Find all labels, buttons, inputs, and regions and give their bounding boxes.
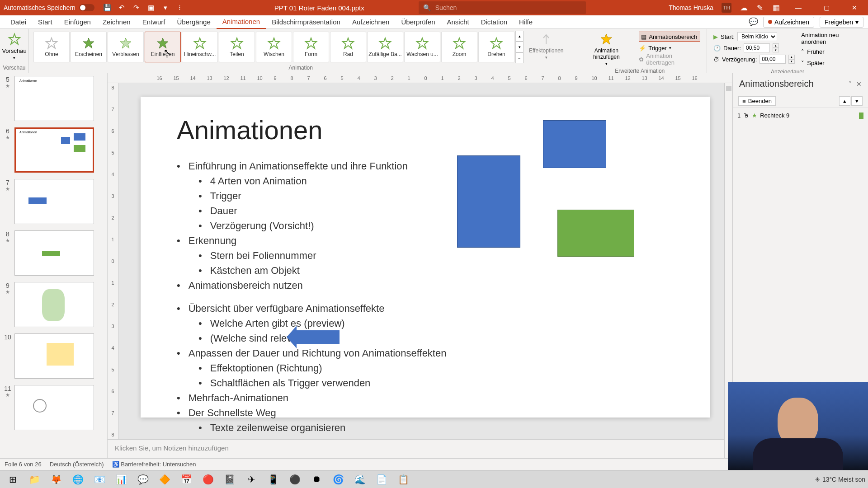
thumb-8[interactable]: [14, 230, 94, 276]
edge-icon[interactable]: 🌊: [350, 471, 370, 488]
app5-icon[interactable]: ⏺: [307, 471, 326, 488]
share-button[interactable]: Freigeben▾: [820, 17, 863, 28]
shape-green[interactable]: [557, 210, 634, 257]
animation-pane-button[interactable]: ▤Animationsbereich: [639, 32, 700, 42]
telegram-icon[interactable]: ✈: [241, 471, 261, 488]
tab-ueberpruefen[interactable]: Überprüfen: [395, 15, 441, 29]
arrow-shape[interactable]: [297, 330, 340, 344]
anim-wischen[interactable]: Wischen: [256, 32, 292, 62]
anim-rad[interactable]: Rad: [330, 32, 366, 62]
app7-icon[interactable]: 📋: [393, 471, 413, 488]
firefox-icon[interactable]: 🦊: [46, 471, 66, 488]
vlc-icon[interactable]: 🔶: [155, 471, 175, 488]
present-icon[interactable]: ▣: [147, 4, 155, 12]
chevron-down-icon[interactable]: ˅: [849, 80, 852, 88]
comments-icon[interactable]: 💬: [750, 18, 758, 26]
thumb-7[interactable]: [14, 179, 94, 224]
redo-icon[interactable]: ↷: [132, 4, 141, 12]
search-input[interactable]: [435, 4, 581, 11]
thumb-6[interactable]: Animationen: [14, 127, 94, 173]
anim-zufaellige[interactable]: Zufällige Ba...: [367, 32, 403, 62]
start-button[interactable]: ⊞: [3, 471, 23, 488]
anim-hineinschw[interactable]: Hineinschw...: [182, 32, 218, 62]
tab-start[interactable]: Start: [32, 15, 58, 29]
cloud-icon[interactable]: ☁: [740, 4, 748, 12]
maximize-button[interactable]: ▢: [816, 0, 836, 15]
qat-overflow-icon[interactable]: ⁝: [176, 4, 184, 12]
thumb-10[interactable]: [14, 333, 94, 379]
delay-input[interactable]: [760, 55, 786, 64]
move-up-button[interactable]: ▴: [839, 96, 850, 106]
minimize-button[interactable]: —: [788, 0, 808, 15]
tab-uebergaenge[interactable]: Übergänge: [171, 15, 217, 29]
duration-spinner[interactable]: ▴▾: [773, 43, 779, 52]
search-box[interactable]: 🔍: [419, 1, 586, 14]
move-down-button[interactable]: ▾: [851, 96, 863, 106]
pen-icon[interactable]: ✎: [756, 4, 764, 12]
shape-blue-1[interactable]: [457, 155, 520, 248]
preview-button[interactable]: Vorschau ▾: [0, 31, 30, 62]
slide-counter[interactable]: Folie 6 von 26: [5, 461, 42, 468]
duration-input[interactable]: [744, 43, 770, 52]
trigger-button[interactable]: ⚡Trigger▾: [639, 43, 700, 53]
word-icon[interactable]: 📄: [372, 471, 392, 488]
anim-teilen[interactable]: Teilen: [219, 32, 255, 62]
play-from-button[interactable]: ■Beenden: [738, 96, 776, 106]
save-icon[interactable]: 💾: [104, 4, 112, 12]
anim-wachsen[interactable]: Wachsen u...: [404, 32, 440, 62]
start-select[interactable]: Beim Klicken: [737, 32, 777, 41]
accessibility-status[interactable]: ♿ Barrierefreiheit: Untersuchen: [112, 461, 196, 468]
tab-einfuegen[interactable]: Einfügen: [58, 15, 97, 29]
move-later-button[interactable]: ˅Später: [801, 58, 861, 68]
tab-aufzeichnen[interactable]: Aufzeichnen: [346, 15, 396, 29]
onenote-icon[interactable]: 📓: [220, 471, 240, 488]
app3-icon[interactable]: 🔴: [198, 471, 218, 488]
notes-area[interactable]: Klicken Sie, um Notizen hinzuzufügen: [108, 439, 732, 458]
tab-bildschirm[interactable]: Bildschirmpräsentation: [266, 15, 346, 29]
chrome-icon[interactable]: 🌐: [68, 471, 88, 488]
user-name[interactable]: Thomas Hruska: [669, 4, 713, 11]
close-pane-icon[interactable]: ✕: [856, 80, 862, 88]
anim-ohne[interactable]: Ohne: [33, 32, 70, 62]
language-status[interactable]: Deutsch (Österreich): [50, 461, 104, 468]
record-button[interactable]: Aufzeichnen: [763, 17, 814, 28]
app2-icon[interactable]: 📅: [176, 471, 196, 488]
undo-icon[interactable]: ↶: [118, 4, 126, 12]
thumb-11[interactable]: [14, 385, 94, 430]
powerpoint-icon[interactable]: 📊: [111, 471, 131, 488]
obs-icon[interactable]: ⚫: [285, 471, 305, 488]
autosave-toggle[interactable]: [79, 4, 94, 11]
gallery-scroll[interactable]: ▴▾⌄: [515, 31, 524, 63]
outlook-icon[interactable]: 📧: [90, 471, 109, 488]
tab-entwurf[interactable]: Entwurf: [137, 15, 171, 29]
thumb-9[interactable]: [14, 282, 94, 327]
tab-dictation[interactable]: Dictation: [475, 15, 513, 29]
more-icon[interactable]: ▾: [161, 4, 170, 12]
tab-ansicht[interactable]: Ansicht: [441, 15, 475, 29]
app6-icon[interactable]: 🌀: [328, 471, 348, 488]
tab-hilfe[interactable]: Hilfe: [513, 15, 538, 29]
anim-zoom[interactable]: Zoom: [441, 32, 477, 62]
app4-icon[interactable]: 📱: [263, 471, 283, 488]
anim-einfliegen[interactable]: Einfliegen: [145, 32, 181, 62]
effect-options-button[interactable]: Effektoptionen ▾: [524, 31, 569, 63]
anim-form[interactable]: Form: [293, 32, 329, 62]
animation-painter-button[interactable]: ✿Animation übertragen: [639, 54, 700, 64]
tab-animationen[interactable]: Animationen: [217, 15, 266, 29]
user-avatar[interactable]: TH: [722, 3, 731, 13]
tab-datei[interactable]: Datei: [5, 15, 32, 29]
window-icon[interactable]: ▦: [772, 4, 780, 12]
slide-thumbnails[interactable]: 5★Animationen 6★ Animationen 7★ 8★ 9★ 10…: [0, 73, 108, 458]
slide-body[interactable]: Einführung in Animationseffekte und ihre…: [177, 159, 674, 439]
explorer-icon[interactable]: 📁: [24, 471, 44, 488]
shape-blue-2[interactable]: [543, 120, 606, 168]
close-button[interactable]: ✕: [844, 0, 864, 15]
anim-verblassen[interactable]: Verblassen: [108, 32, 144, 62]
tab-zeichnen[interactable]: Zeichnen: [97, 15, 137, 29]
app-icon[interactable]: 💬: [133, 471, 153, 488]
delay-spinner[interactable]: ▴▾: [788, 55, 795, 64]
slide-canvas[interactable]: Animationen Einführung in Animationseffe…: [118, 83, 732, 439]
anim-drehen[interactable]: Drehen: [478, 32, 514, 62]
move-earlier-button[interactable]: ˄Früher: [801, 47, 861, 56]
slide[interactable]: Animationen Einführung in Animationseffe…: [141, 97, 710, 418]
